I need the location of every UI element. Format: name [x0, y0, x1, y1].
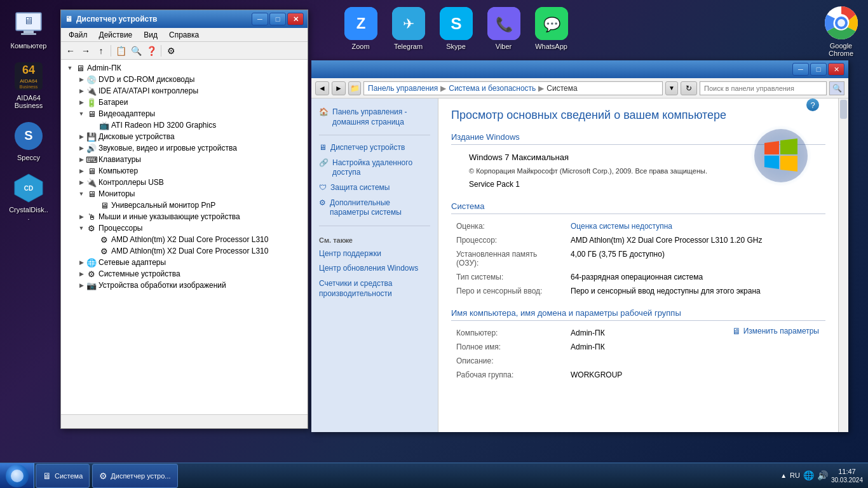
tree-item-ati[interactable]: 📺 ATI Radeon HD 3200 Graphics: [64, 119, 305, 131]
toggle-processors[interactable]: ▼: [76, 223, 86, 233]
taskbar-time[interactable]: 11:47 30.03.2024: [831, 467, 863, 484]
section-system: Система: [451, 201, 825, 214]
aida64-icon: 64 AIDA64 Business: [13, 61, 44, 92]
toggle-system-devices[interactable]: ▶: [76, 269, 86, 279]
toggle-root[interactable]: ▼: [65, 63, 75, 73]
rating-value[interactable]: Оценка системы недоступна: [566, 219, 825, 233]
sys-maximize-button[interactable]: □: [810, 63, 827, 76]
toolbar-back[interactable]: ←: [64, 44, 78, 58]
toolbar-forward[interactable]: →: [79, 44, 93, 58]
search-button[interactable]: 🔍: [829, 81, 844, 95]
time-display: 11:47: [831, 467, 863, 476]
start-button[interactable]: [0, 463, 34, 489]
toggle-sound[interactable]: ▶: [76, 143, 86, 153]
sidebar-link-remote[interactable]: 🔗 Настройка удаленного доступа: [311, 156, 438, 180]
sys-minimize-button[interactable]: ─: [792, 63, 809, 76]
panel-scrollbar[interactable]: [838, 98, 848, 432]
tree-item-monitors[interactable]: ▼ 🖥 Мониторы: [64, 188, 305, 200]
toggle-ide[interactable]: ▶: [76, 86, 86, 96]
desktop-icon-speccy[interactable]: S Speccy: [6, 118, 51, 164]
toolbar-up[interactable]: ↑: [94, 44, 108, 58]
taskbar-item-devmanager[interactable]: ⚙ Диспетчер устро...: [92, 464, 177, 488]
sidebar-link-protection[interactable]: 🛡 Защита системы: [311, 180, 438, 196]
tree-item-network[interactable]: ▶ 🌐 Сетевые адаптеры: [64, 257, 305, 268]
tree-item-cpu1[interactable]: ⚙ AMD Athlon(tm) X2 Dual Core Processor …: [64, 234, 305, 245]
toggle-battery[interactable]: ▶: [76, 97, 86, 107]
tree-item-battery[interactable]: ▶ 🔋 Батареи: [64, 97, 305, 108]
breadcrumb-security[interactable]: Система и безопасность: [449, 84, 536, 93]
memory-value: 4,00 ГБ (3,75 ГБ доступно): [566, 247, 825, 270]
address-dropdown[interactable]: ▼: [665, 81, 678, 95]
toggle-dvd[interactable]: ▶: [76, 74, 86, 85]
menu-action[interactable]: Действие: [94, 29, 138, 41]
tree-item-dvd[interactable]: ▶ 💿 DVD и CD-ROM дисководы: [64, 74, 305, 85]
toggle-computer[interactable]: ▶: [76, 166, 86, 176]
nav-forward-button[interactable]: ►: [332, 81, 346, 95]
device-tree[interactable]: ▼ 🖥 Admin-ПК ▶ 💿 DVD и CD-ROM дисководы …: [61, 60, 308, 414]
help-button[interactable]: ?: [806, 98, 819, 111]
maximize-button[interactable]: □: [269, 13, 286, 25]
tree-item-usb[interactable]: ▶ 🔌 Контроллеры USB: [64, 177, 305, 188]
tree-item-pnp-monitor[interactable]: 🖥 Универсальный монитор PnP: [64, 200, 305, 211]
menu-view[interactable]: Вид: [139, 29, 163, 41]
toggle-usb[interactable]: ▶: [76, 177, 86, 187]
sidebar-link-updates[interactable]: Центр обновления Windows: [311, 261, 438, 276]
telegram-app-icon[interactable]: ✈ Telegram: [384, 0, 432, 57]
tray-arrow[interactable]: ▲: [780, 472, 787, 479]
toggle-mouse[interactable]: ▶: [76, 212, 86, 222]
tree-item-processors[interactable]: ▼ ⚙ Процессоры: [64, 222, 305, 234]
toggle-video[interactable]: ▼: [76, 109, 86, 119]
tree-item-system-devices[interactable]: ▶ ⚙ Системные устройства: [64, 268, 305, 280]
toggle-disk[interactable]: ▶: [76, 132, 86, 142]
desktop-icon-computer[interactable]: 🖥 Компьютер: [6, 6, 51, 52]
panel-main: ? Просмотр основных сведений о вашем ком…: [438, 98, 838, 432]
taskbar-item-system[interactable]: 🖥 Система: [36, 464, 90, 488]
sidebar-link-home[interactable]: 🏠 Панель управления - домашняя страница: [311, 105, 438, 130]
toolbar-help[interactable]: ❓: [144, 44, 158, 58]
sidebar-link-advanced[interactable]: ⚙ Дополнительные параметры системы: [311, 196, 438, 220]
tree-item-mouse[interactable]: ▶ 🖱 Мыши и иные указывающие устройства: [64, 211, 305, 222]
desktop-icon-crystaldisk[interactable]: CD CrystalDisk...: [6, 170, 51, 224]
close-button[interactable]: ✕: [287, 13, 304, 25]
whatsapp-app-icon[interactable]: 💬 WhatsApp: [527, 0, 575, 57]
tree-item-keyboard[interactable]: ▶ ⌨ Клавиатуры: [64, 154, 305, 165]
skype-app-icon[interactable]: S Skype: [432, 0, 480, 57]
remote-icon: 🔗: [319, 158, 329, 168]
tree-item-disk[interactable]: ▶ 💾 Дисковые устройства: [64, 131, 305, 142]
sidebar-link-support[interactable]: Центр поддержки: [311, 247, 438, 262]
toolbar-scan[interactable]: 🔍: [129, 44, 143, 58]
lang-indicator[interactable]: RU: [790, 471, 800, 479]
network-icon[interactable]: 🌐: [803, 470, 814, 480]
toolbar-extra[interactable]: ⚙: [164, 44, 178, 58]
toggle-network[interactable]: ▶: [76, 257, 86, 268]
refresh-button[interactable]: ↻: [681, 81, 697, 95]
volume-icon[interactable]: 🔊: [817, 470, 828, 480]
sidebar-link-perf[interactable]: Счетчики и средства производительности: [311, 276, 438, 301]
scrollbar-thumb[interactable]: [840, 100, 847, 119]
svg-text:S: S: [451, 14, 461, 33]
zoom-app-icon[interactable]: Z Zoom: [337, 0, 384, 57]
desktop-icon-aida64[interactable]: 64 AIDA64 Business AIDA64 Business: [6, 58, 51, 112]
change-params-link[interactable]: 🖥 Изменить параметры: [732, 326, 819, 336]
toggle-monitors[interactable]: ▼: [76, 189, 86, 199]
toolbar-properties[interactable]: 📋: [114, 44, 128, 58]
tree-item-root[interactable]: ▼ 🖥 Admin-ПК: [64, 62, 305, 74]
menu-help[interactable]: Справка: [164, 29, 204, 41]
breadcrumb-controlpanel[interactable]: Панель управления: [368, 84, 438, 93]
tree-item-cpu2[interactable]: ⚙ AMD Athlon(tm) X2 Dual Core Processor …: [64, 245, 305, 257]
search-input[interactable]: [700, 81, 827, 95]
chrome-app-icon[interactable]: Google Chrome: [817, 3, 865, 60]
tree-item-sound[interactable]: ▶ 🔊 Звуковые, видео и игровые устройства: [64, 142, 305, 154]
tree-item-imaging[interactable]: ▶ 📷 Устройства обработки изображений: [64, 280, 305, 291]
sidebar-link-devices[interactable]: 🖥 Диспетчер устройств: [311, 140, 438, 156]
sys-close-button[interactable]: ✕: [828, 63, 844, 76]
tree-item-computer[interactable]: ▶ 🖥 Компьютер: [64, 165, 305, 177]
toggle-imaging[interactable]: ▶: [76, 280, 86, 290]
viber-app-icon[interactable]: 📞 Viber: [480, 0, 527, 57]
menu-file[interactable]: Файл: [64, 29, 93, 41]
nav-back-button[interactable]: ◄: [315, 81, 329, 95]
tree-item-video[interactable]: ▼ 🖥 Видеоадаптеры: [64, 108, 305, 119]
nav-folder-icon[interactable]: 📁: [348, 81, 361, 95]
minimize-button[interactable]: ─: [252, 13, 268, 25]
tree-item-ide[interactable]: ▶ 🔌 IDE ATA/ATAPI контроллеры: [64, 85, 305, 97]
